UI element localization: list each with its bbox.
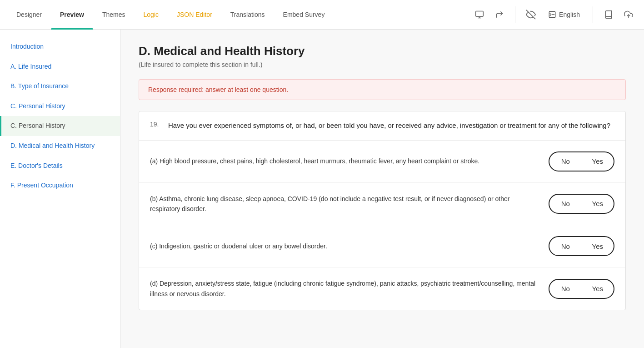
svg-rect-0 bbox=[476, 11, 484, 17]
cloud-upload-icon[interactable] bbox=[620, 6, 637, 23]
nav-designer[interactable]: Designer bbox=[7, 0, 51, 30]
sidebar-item-doctors-details[interactable]: E. Doctor's Details bbox=[0, 156, 120, 176]
sub-question-d-text: (d) Depression, anxiety/stress state, fa… bbox=[150, 278, 538, 299]
sidebar-item-personal-history-1[interactable]: C. Personal History bbox=[0, 96, 120, 116]
section-title: D. Medical and Health History bbox=[139, 44, 626, 58]
sub-question-a-yes[interactable]: Yes bbox=[582, 152, 614, 171]
nav-divider-1 bbox=[515, 6, 515, 23]
sub-question-c-yes[interactable]: Yes bbox=[582, 237, 614, 255]
sub-question-c-row: (c) Indigestion, gastric or duodenal ulc… bbox=[139, 225, 625, 267]
nav-divider-2 bbox=[593, 6, 593, 23]
nav-preview[interactable]: Preview bbox=[51, 0, 93, 30]
alert-text: Response required: answer at least one q… bbox=[148, 86, 288, 93]
nav-embed-survey[interactable]: Embed Survey bbox=[274, 0, 334, 30]
sub-question-a-toggle[interactable]: No Yes bbox=[549, 151, 614, 171]
sub-question-d-no[interactable]: No bbox=[549, 280, 582, 298]
main-layout: Introduction A. Life Insured B. Type of … bbox=[0, 30, 644, 348]
sub-question-c-toggle[interactable]: No Yes bbox=[549, 236, 614, 256]
section-subtitle: (Life insured to complete this section i… bbox=[139, 61, 626, 68]
nav-actions: English bbox=[471, 6, 637, 23]
sidebar-item-medical-health[interactable]: D. Medical and Health History bbox=[0, 136, 120, 156]
alert-box: Response required: answer at least one q… bbox=[139, 79, 626, 100]
question-header: 19. Have you ever experienced symptoms o… bbox=[139, 111, 625, 141]
book-icon[interactable] bbox=[600, 6, 617, 23]
desktop-preview-icon[interactable] bbox=[471, 6, 488, 23]
sidebar-item-type-of-insurance[interactable]: B. Type of Insurance bbox=[0, 76, 120, 96]
sidebar: Introduction A. Life Insured B. Type of … bbox=[0, 30, 120, 348]
sub-question-a-row: (a) High blood pressure, chest pains, hi… bbox=[139, 141, 625, 183]
sub-question-b-no[interactable]: No bbox=[549, 195, 582, 213]
question-text: Have you ever experienced symptoms of, o… bbox=[168, 121, 610, 131]
sidebar-item-personal-history-2[interactable]: C. Personal History bbox=[0, 116, 120, 136]
nav-links: Designer Preview Themes Logic JSON Edito… bbox=[7, 0, 471, 30]
sub-question-d-toggle[interactable]: No Yes bbox=[549, 279, 614, 299]
nav-themes[interactable]: Themes bbox=[93, 0, 135, 30]
language-selector[interactable]: English bbox=[543, 8, 585, 21]
nav-translations[interactable]: Translations bbox=[221, 0, 274, 30]
sub-question-b-row: (b) Asthma, chronic lung disease, sleep … bbox=[139, 183, 625, 226]
sub-question-d-yes[interactable]: Yes bbox=[582, 280, 614, 298]
language-label: English bbox=[559, 11, 580, 18]
sub-question-b-toggle[interactable]: No Yes bbox=[549, 194, 614, 214]
sidebar-item-life-insured[interactable]: A. Life Insured bbox=[0, 57, 120, 77]
nav-logic[interactable]: Logic bbox=[135, 0, 168, 30]
main-content: D. Medical and Health History (Life insu… bbox=[120, 30, 644, 348]
sub-question-d-row: (d) Depression, anxiety/stress state, fa… bbox=[139, 267, 625, 310]
sidebar-item-introduction[interactable]: Introduction bbox=[0, 37, 120, 57]
sub-question-a-no[interactable]: No bbox=[549, 152, 582, 171]
sidebar-item-present-occupation[interactable]: F. Present Occupation bbox=[0, 176, 120, 196]
sub-question-a-text: (a) High blood pressure, chest pains, hi… bbox=[150, 156, 538, 166]
sub-question-c-no[interactable]: No bbox=[549, 237, 582, 255]
sub-question-c-text: (c) Indigestion, gastric or duodenal ulc… bbox=[150, 241, 538, 251]
sub-question-b-text: (b) Asthma, chronic lung disease, sleep … bbox=[150, 194, 538, 214]
eye-off-icon[interactable] bbox=[523, 6, 539, 23]
top-nav: Designer Preview Themes Logic JSON Edito… bbox=[0, 0, 644, 30]
sub-question-b-yes[interactable]: Yes bbox=[582, 195, 614, 213]
question-card: 19. Have you ever experienced symptoms o… bbox=[139, 111, 626, 310]
nav-json-editor[interactable]: JSON Editor bbox=[168, 0, 221, 30]
question-number: 19. bbox=[150, 121, 163, 128]
redo-icon[interactable] bbox=[491, 6, 508, 23]
